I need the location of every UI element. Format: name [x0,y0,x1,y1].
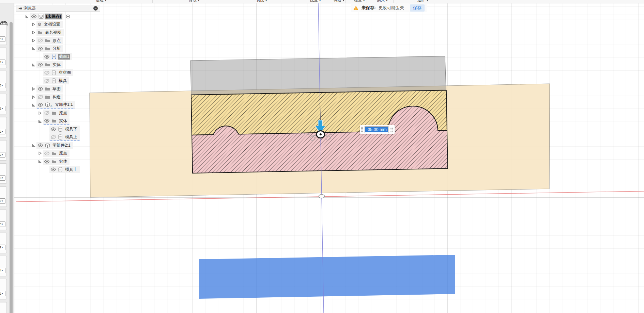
tree-item[interactable]: 甜甜圈 [43,69,73,76]
tree-item[interactable]: 模具下 [49,126,80,133]
clipped-card[interactable]: 2▾ [0,140,7,161]
tree-row-模具上[interactable]: 模具上 [43,166,80,173]
collapsed-arrow[interactable] [30,95,36,99]
clipped-card[interactable]: 2▾ [0,279,7,299]
tree-row-模具[interactable]: 模具 [37,77,69,85]
expanded-arrow-icon[interactable] [38,160,42,163]
tree-row-命名视图[interactable]: 命名视图 [30,29,64,36]
eye-visible-icon[interactable] [44,119,50,123]
expanded-arrow-icon[interactable] [32,144,35,147]
drag-grip-icon[interactable] [361,127,363,132]
activate-component-radio[interactable] [66,14,70,19]
tree-row-草图[interactable]: 草图 [30,85,63,93]
tree-item[interactable]: 模具上 [49,133,80,141]
clipped-dropdown[interactable]: 2▾ [0,129,5,134]
expanded-arrow[interactable] [37,119,43,123]
activate-radio-icon[interactable] [66,14,70,19]
eye-hidden-icon[interactable] [44,79,50,83]
tree-row-构造[interactable]: 构造 [30,93,63,101]
viewport-canvas[interactable] [14,3,644,313]
collapsed-arrow[interactable] [30,31,36,34]
eye-hidden-icon[interactable] [44,71,50,75]
clipped-dropdown[interactable]: 2▾ [0,198,5,204]
eye-visible-icon[interactable] [37,87,43,91]
tree-item[interactable]: 原点 [43,150,70,157]
tree-row-分析[interactable]: 分析 [30,45,63,52]
expanded-arrow[interactable] [30,103,36,107]
clipped-dropdown[interactable]: 3▾ [0,83,5,88]
eye-hidden-icon[interactable] [37,38,43,43]
toolbar-group-7[interactable]: 插入 ▾ [377,0,388,3]
tree-item[interactable]: 原点 [43,110,70,117]
tree-item[interactable]: 模具上 [49,166,80,173]
tree-row-零部件1:1[interactable]: ⚓零部件1:1 [30,101,75,109]
top-toolbar[interactable]: 创建 ▾修改 ▾装配 ▾配置 ▾构造 ▾检查 ▾插入 ▾选择 ▾ [0,0,644,3]
clipped-dropdown[interactable]: 3▾ [0,221,5,227]
tree-item[interactable]: ⚙文档设置 [36,21,63,28]
dimension-value[interactable]: -35.00 mm [365,127,388,132]
expanded-arrow[interactable] [30,144,36,147]
collapsed-arrow-icon[interactable] [38,151,42,155]
eye-hidden-icon[interactable] [37,95,43,99]
clipped-card[interactable]: 2▾ [0,117,7,137]
tree-item[interactable]: 实体 [43,117,70,125]
clipped-dropdown[interactable]: 2▾ [0,291,5,296]
eye-visible-icon[interactable] [44,55,50,59]
eye-hidden-icon[interactable] [44,111,50,115]
dimension-input[interactable]: -35.00 mm [365,126,388,133]
tree-row-模具下[interactable]: 模具下 [43,126,80,133]
toolbar-group-4[interactable]: 配置 ▾ [310,0,321,3]
clipped-card[interactable]: 3▾ [0,210,7,230]
tree-row-实体[interactable]: 实体 [37,117,70,125]
collapsed-arrow[interactable] [30,22,36,26]
tree-row-截面1[interactable]: 截面1 [37,53,72,61]
tree-row-(未保存)[interactable]: (未保存) [24,13,70,20]
expanded-arrow-icon[interactable] [32,103,35,107]
tree-item[interactable]: 实体 [43,158,70,165]
clipped-dropdown[interactable]: 4▾ [0,60,5,65]
eye-hidden-icon[interactable] [50,135,56,139]
toolbar-group-2[interactable]: 修改 ▾ [189,0,200,3]
save-button[interactable]: 保存 [410,4,425,12]
tree-row-文档设置[interactable]: ⚙文档设置 [30,21,63,28]
expanded-arrow-icon[interactable] [25,15,29,18]
collapsed-arrow-icon[interactable] [32,95,35,99]
clipped-dropdown[interactable]: 2▾ [0,106,5,111]
expanded-arrow[interactable] [30,47,36,50]
expanded-arrow-icon[interactable] [38,119,42,123]
eye-visible-icon[interactable] [31,14,37,18]
more-options-dots-icon[interactable] [390,127,394,132]
browser-header[interactable]: ◀◀ 浏览器 − [16,5,100,12]
clipped-card[interactable]: 3▾ [0,163,7,184]
eye-visible-icon[interactable] [50,127,56,131]
eye-visible-icon[interactable] [44,160,50,164]
collapse-panel-icon[interactable]: ◀◀ [18,7,21,10]
tree-item[interactable]: 分析 [36,45,63,52]
clipped-dropdown[interactable]: 3▾ [0,175,5,181]
dimension-input-box[interactable]: -35.00 mm [360,125,395,134]
remove-panel-button[interactable]: − [93,6,98,11]
expanded-arrow[interactable] [30,63,36,67]
tree-item[interactable]: 实体 [36,61,63,68]
tree-row-模具上[interactable]: 模具上 [43,134,80,141]
toolbar-group-3[interactable]: 装配 ▾ [256,0,267,3]
clipped-card[interactable]: 3▾ [0,302,7,313]
clipped-card[interactable]: 2▾ [0,233,7,253]
panel-scrollbar[interactable] [10,22,13,313]
eye-visible-icon[interactable] [37,103,43,107]
clipped-dropdown[interactable]: 3▾ [0,36,5,42]
collapsed-arrow-icon[interactable] [38,111,42,115]
tree-row-零部件2:1[interactable]: 零部件2:1 [30,142,73,149]
tree-item[interactable]: ⚓零部件1:1 [36,101,75,109]
expanded-arrow-icon[interactable] [32,63,35,67]
collapsed-arrow-icon[interactable] [32,31,35,34]
clipped-card[interactable]: 4▾ [0,48,7,68]
tree-row-实体[interactable]: 实体 [30,61,63,68]
collapsed-arrow[interactable] [30,87,36,91]
eye-hidden-icon[interactable] [44,151,50,155]
collapsed-arrow-icon[interactable] [32,39,35,43]
tree-row-原点[interactable]: 原点 [30,37,63,44]
clipped-card[interactable]: 4▾ [0,256,7,276]
tree-item[interactable]: 命名视图 [36,29,64,36]
eye-visible-icon[interactable] [37,47,43,51]
